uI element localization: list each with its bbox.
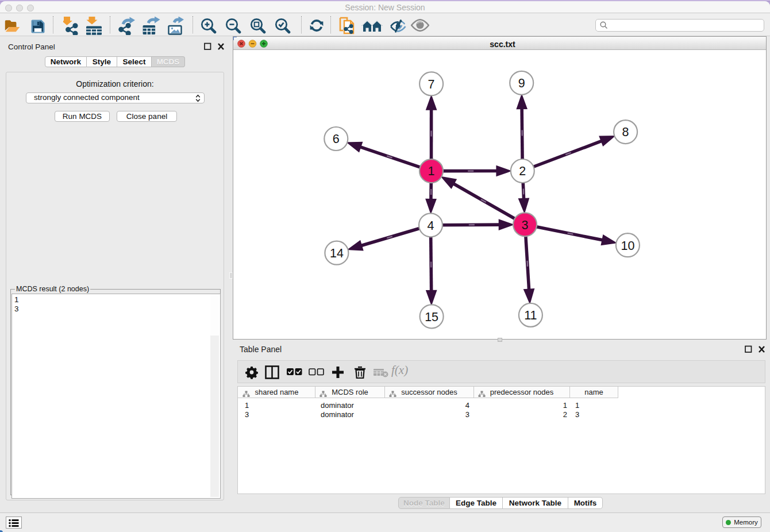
svg-text:7: 7 xyxy=(428,78,435,91)
svg-text:9: 9 xyxy=(518,76,525,90)
svg-text:10: 10 xyxy=(621,239,634,253)
svg-text:15: 15 xyxy=(425,310,438,324)
svg-text:14: 14 xyxy=(330,246,344,260)
svg-text:8: 8 xyxy=(622,125,629,139)
svg-text:1: 1 xyxy=(428,164,435,178)
svg-text:11: 11 xyxy=(524,309,537,322)
svg-text:2: 2 xyxy=(519,164,526,178)
svg-text:4: 4 xyxy=(428,219,434,233)
svg-text:3: 3 xyxy=(522,218,529,232)
svg-text:6: 6 xyxy=(333,132,340,146)
